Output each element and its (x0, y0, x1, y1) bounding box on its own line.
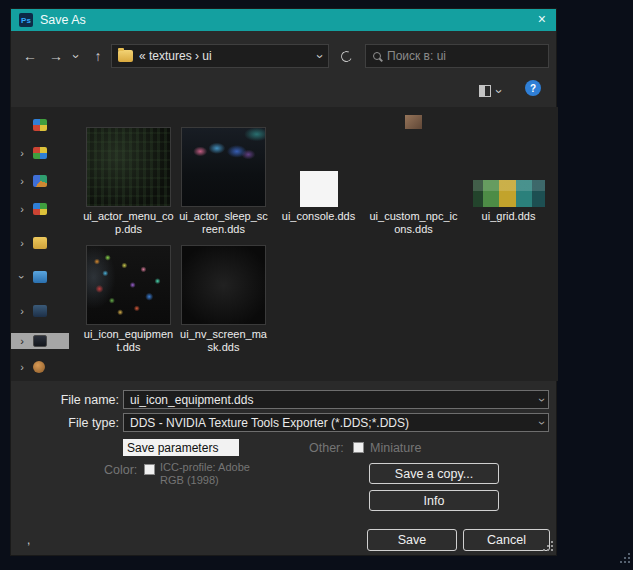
search-icon (373, 52, 381, 60)
outer-resize-grip[interactable] (620, 561, 622, 563)
file-name-combo: › (123, 390, 549, 409)
file-name-label: ui_custom_npc_icons.dds (366, 210, 461, 235)
folder-tree: › › › › › › › › › (11, 107, 69, 381)
folder-icon (33, 147, 47, 159)
up-button[interactable]: ↑ (87, 45, 109, 67)
folder-icon (33, 119, 47, 131)
file-item[interactable]: ui_console.dds (271, 115, 366, 223)
search-box (365, 44, 549, 68)
tree-item[interactable]: › (11, 173, 69, 189)
info-button[interactable]: Info (369, 490, 499, 511)
expand-chevron-icon[interactable]: › (15, 361, 29, 373)
file-name-label: ui_nv_screen_mask.dds (176, 328, 271, 353)
save-parameters-label: Save parameters (123, 439, 239, 456)
stray-character: , (27, 533, 30, 547)
tree-item-selected[interactable]: › (11, 333, 69, 349)
file-name-label: ui_actor_sleep_screen.dds (176, 210, 271, 235)
file-item[interactable]: ui_actor_sleep_screen.dds (176, 115, 271, 235)
drive-icon (33, 305, 47, 317)
chevron-down-icon: › (69, 54, 84, 58)
other-label: Other: (309, 441, 344, 455)
expand-chevron-icon[interactable]: › (15, 203, 29, 215)
address-bar[interactable]: « textures › ui › (111, 44, 329, 68)
folder-icon (33, 203, 47, 215)
recent-locations-button[interactable]: › (69, 45, 83, 67)
icc-profile-checkbox[interactable] (144, 464, 155, 475)
help-button[interactable]: ? (525, 80, 541, 96)
file-thumbnail (181, 127, 266, 207)
file-thumbnail (405, 115, 422, 129)
refresh-button[interactable] (333, 44, 359, 68)
address-dropdown-chevron[interactable]: › (312, 54, 327, 58)
breadcrumb[interactable]: « textures › ui (139, 49, 312, 63)
file-type-select[interactable]: DDS - NVIDIA Texture Tools Exporter (*.D… (123, 413, 549, 432)
miniature-label: Miniature (370, 441, 421, 455)
expand-chevron-icon[interactable]: › (15, 147, 29, 159)
file-type-value: DDS - NVIDIA Texture Tools Exporter (*.D… (130, 416, 540, 430)
file-name-label: ui_actor_menu_cop.dds (81, 210, 176, 235)
titlebar[interactable]: Ps Save As × (11, 9, 556, 31)
tree-item[interactable]: › (11, 235, 69, 251)
filename-dropdown-chevron[interactable]: › (535, 398, 549, 402)
expand-chevron-icon[interactable]: › (15, 237, 29, 249)
resize-grip[interactable] (543, 549, 545, 551)
back-button[interactable]: ← (19, 45, 41, 67)
file-item[interactable]: ui_nv_screen_mask.dds (176, 235, 271, 353)
folder-icon (118, 50, 133, 62)
filetype-dropdown-chevron[interactable]: › (535, 421, 549, 425)
photoshop-app-icon: Ps (19, 13, 33, 27)
color-label: Color: (104, 463, 137, 477)
icc-profile-label: ICC-profile: Adobe RGB (1998) (160, 461, 268, 487)
expand-chevron-icon[interactable]: › (15, 335, 29, 347)
window-title: Save As (40, 13, 86, 27)
file-name-label: ui_icon_equipment.dds (81, 328, 176, 353)
collapse-chevron-icon[interactable]: › (16, 270, 28, 284)
file-thumbnail (181, 245, 266, 325)
tree-item[interactable]: › (11, 359, 69, 375)
folder-icon (33, 237, 47, 249)
close-button[interactable]: × (538, 11, 546, 27)
tree-item[interactable]: › (11, 117, 69, 133)
refresh-icon (339, 49, 353, 63)
save-as-dialog: Ps Save As × ← → › ↑ « textures › ui › ›… (10, 8, 557, 556)
folder-icon (33, 361, 45, 373)
file-browser: › › › › › › › › › ui_actor_menu_cop.dds … (11, 107, 558, 381)
tree-item[interactable]: › (11, 303, 69, 319)
expand-chevron-icon[interactable]: › (15, 175, 29, 187)
search-input[interactable] (387, 49, 542, 63)
expand-chevron-icon[interactable]: › (15, 305, 29, 317)
view-mode-icon (479, 85, 491, 97)
file-name-label: ui_console.dds (271, 210, 366, 223)
file-name-input[interactable] (130, 393, 540, 407)
file-item[interactable]: ui_custom_npc_icons.dds (366, 115, 461, 235)
file-thumbnail (300, 171, 338, 207)
tree-item-this-pc[interactable]: › (11, 269, 69, 285)
file-thumbnail (473, 180, 545, 207)
folder-icon (33, 175, 47, 187)
save-button[interactable]: Save (367, 529, 457, 551)
view-options-button[interactable]: › (479, 81, 501, 101)
file-item[interactable]: ui_icon_equipment.dds (81, 235, 176, 353)
computer-icon (33, 271, 47, 283)
cancel-button[interactable]: Cancel (463, 529, 550, 551)
file-thumbnail (86, 245, 171, 325)
file-name-label: ui_grid.dds (461, 210, 556, 223)
miniature-checkbox[interactable] (353, 442, 364, 453)
file-item[interactable]: ui_grid.dds (461, 115, 556, 223)
save-copy-button[interactable]: Save a copy... (369, 463, 499, 484)
tree-item[interactable]: › (11, 145, 69, 161)
chevron-down-icon: › (492, 89, 507, 93)
tree-item[interactable]: › (11, 201, 69, 217)
file-item[interactable]: ui_actor_menu_cop.dds (81, 115, 176, 235)
forward-button[interactable]: → (45, 45, 67, 67)
file-type-label: File type: (19, 416, 119, 430)
file-thumbnail (86, 127, 171, 207)
file-name-label: File name: (19, 393, 119, 407)
folder-icon (33, 335, 47, 347)
